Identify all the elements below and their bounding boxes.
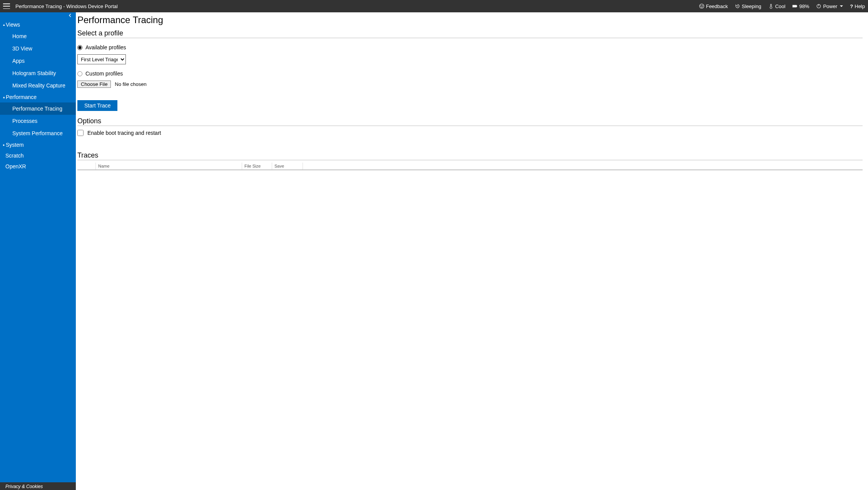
sidebar-section-label: Performance [6, 94, 37, 100]
feedback-button[interactable]: Feedback [699, 3, 728, 9]
triangle-right-icon: ▸ [3, 143, 5, 147]
enable-boot-tracing-checkbox[interactable] [77, 130, 84, 136]
main-content: Performance Tracing Select a profile Ava… [76, 12, 868, 490]
traces-heading: Traces [77, 151, 863, 160]
help-label: Help [855, 3, 865, 9]
traces-table-header: Name File Size Save [77, 163, 863, 170]
header-title: Performance Tracing - Windows Device Por… [15, 3, 118, 9]
traces-col-name: Name [96, 163, 242, 169]
sidebar-section-views[interactable]: ▴ Views [0, 19, 76, 30]
privacy-cookies-link[interactable]: Privacy & Cookies [0, 482, 76, 490]
traces-col-spacer [77, 163, 96, 169]
sidebar-section-system[interactable]: ▸ System [0, 139, 76, 150]
traces-col-size: File Size [242, 163, 272, 169]
available-profiles-label: Available profiles [85, 44, 126, 50]
svg-point-2 [702, 5, 702, 6]
smile-icon [699, 3, 704, 9]
custom-profiles-radio-row: Custom profiles [77, 70, 863, 77]
sidebar-collapse-button[interactable] [0, 12, 76, 19]
choose-file-button[interactable]: Choose File [77, 81, 111, 88]
svg-point-0 [699, 4, 704, 8]
sidebar-item-mixed-reality-capture[interactable]: Mixed Reality Capture [0, 79, 76, 92]
battery-label: 98% [799, 3, 809, 9]
thermometer-icon [768, 3, 774, 9]
traces-col-save: Save [272, 163, 303, 169]
sidebar-item-processes[interactable]: Processes [0, 115, 76, 127]
help-icon: ? [850, 3, 853, 9]
feedback-label: Feedback [706, 3, 728, 9]
battery-icon [792, 3, 798, 9]
sidebar-item-hologram-stability[interactable]: Hologram Stability [0, 67, 76, 79]
custom-profiles-radio[interactable] [77, 71, 82, 76]
options-heading: Options [77, 117, 863, 126]
available-profiles-radio[interactable] [77, 45, 82, 50]
sidebar-item-apps[interactable]: Apps [0, 55, 76, 67]
chevron-down-icon [840, 5, 843, 7]
sidebar-item-home[interactable]: Home [0, 30, 76, 42]
power-icon [816, 3, 821, 9]
sidebar-item-scratch[interactable]: Scratch [0, 150, 76, 161]
history-icon [735, 3, 740, 9]
page-title: Performance Tracing [77, 15, 863, 25]
temperature-status[interactable]: Cool [768, 3, 786, 9]
sidebar-item-openxr[interactable]: OpenXR [0, 161, 76, 172]
sidebar-section-performance[interactable]: ▴ Performance [0, 92, 76, 102]
power-label: Power [823, 3, 837, 9]
battery-status[interactable]: 98% [792, 3, 809, 9]
svg-point-1 [701, 5, 701, 6]
svg-rect-4 [796, 6, 797, 7]
sidebar: ▴ Views Home 3D View Apps Hologram Stabi… [0, 12, 76, 490]
triangle-down-icon: ▴ [3, 96, 5, 99]
sidebar-item-3d-view[interactable]: 3D View [0, 42, 76, 55]
sidebar-item-system-performance[interactable]: System Performance [0, 127, 76, 139]
sidebar-item-performance-tracing[interactable]: Performance Tracing [0, 102, 76, 115]
custom-profiles-label: Custom profiles [85, 70, 123, 77]
svg-rect-5 [793, 5, 796, 7]
select-profile-heading: Select a profile [77, 29, 863, 38]
sidebar-section-label: System [6, 142, 24, 148]
sleeping-status[interactable]: Sleeping [735, 3, 761, 9]
sleeping-label: Sleeping [742, 3, 761, 9]
no-file-chosen-label: No file chosen [115, 81, 146, 87]
power-menu[interactable]: Power [816, 3, 843, 9]
chevron-left-icon [68, 13, 72, 17]
triangle-down-icon: ▴ [3, 23, 5, 27]
enable-boot-tracing-label: Enable boot tracing and restart [87, 130, 161, 136]
top-header: Performance Tracing - Windows Device Por… [0, 0, 868, 12]
sidebar-section-label: Views [6, 22, 20, 28]
hamburger-icon[interactable] [3, 3, 10, 9]
available-profiles-radio-row: Available profiles [77, 44, 863, 50]
enable-boot-tracing-row: Enable boot tracing and restart [77, 130, 863, 136]
file-picker-row: Choose File No file chosen [77, 81, 863, 88]
help-button[interactable]: ? Help [850, 3, 865, 9]
temperature-label: Cool [775, 3, 786, 9]
profile-select[interactable]: First Level Triage [77, 54, 126, 64]
start-trace-button[interactable]: Start Trace [77, 100, 117, 111]
